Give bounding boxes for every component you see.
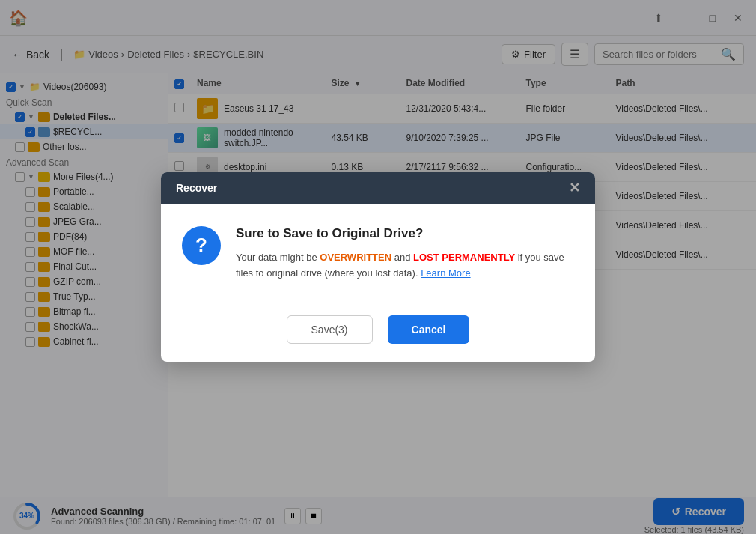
modal-header: Recover ✕: [161, 172, 595, 204]
modal-body: ? Sure to Save to Original Drive? Your d…: [161, 204, 595, 304]
recover-modal: Recover ✕ ? Sure to Save to Original Dri…: [161, 172, 595, 362]
lost-word: LOST PERMANENTLY: [413, 252, 515, 263]
cancel-button[interactable]: Cancel: [388, 315, 470, 344]
question-icon: ?: [182, 226, 221, 265]
modal-content: Sure to Save to Original Drive? Your dat…: [236, 226, 574, 282]
modal-close-button[interactable]: ✕: [569, 181, 580, 195]
learn-more-link[interactable]: Learn More: [421, 267, 470, 279]
modal-title: Recover: [176, 182, 217, 194]
modal-footer: Save(3) Cancel: [161, 303, 595, 362]
modal-heading: Sure to Save to Original Drive?: [236, 226, 574, 241]
save-button[interactable]: Save(3): [287, 315, 373, 344]
and-word: and: [391, 252, 413, 263]
modal-overlay: Recover ✕ ? Sure to Save to Original Dri…: [0, 0, 756, 534]
modal-body-text: Your data might be OVERWRITTEN and LOST …: [236, 250, 574, 282]
body-prefix: Your data might be: [236, 252, 320, 263]
overwrite-word: OVERWRITTEN: [320, 252, 391, 263]
